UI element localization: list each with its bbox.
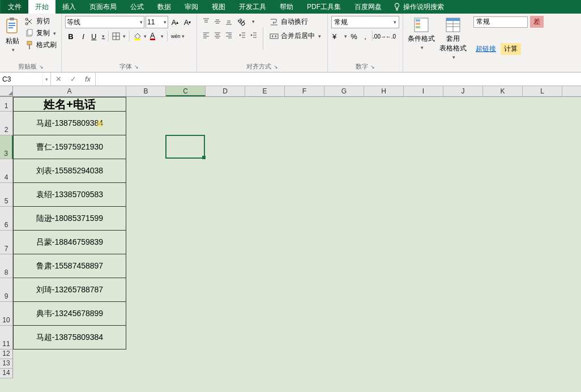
cell-A6[interactable]: 陆逊-18085371599: [13, 207, 126, 231]
wrap-text-button[interactable]: 自动换行: [267, 16, 324, 28]
tab-baidu-netdisk[interactable]: 百度网盘: [348, 0, 388, 14]
tab-help[interactable]: 帮助: [273, 0, 300, 14]
row-header-6[interactable]: 6: [0, 207, 13, 231]
format-painter-button[interactable]: 格式刷: [24, 40, 58, 50]
row-header-14[interactable]: 14: [0, 369, 13, 378]
copy-button[interactable]: 复制 ▾: [24, 28, 58, 39]
row-header-5[interactable]: 5: [0, 183, 13, 207]
font-name-combo[interactable]: 等线▾: [65, 16, 144, 28]
column-header-G[interactable]: G: [324, 86, 364, 96]
align-middle-button[interactable]: [212, 16, 223, 27]
merge-center-button[interactable]: 合并后居中 ▾: [267, 30, 324, 42]
font-size-combo[interactable]: 11▾: [146, 16, 168, 28]
tab-view[interactable]: 视图: [205, 0, 232, 14]
align-left-button[interactable]: [200, 29, 212, 41]
increase-indent-button[interactable]: [248, 29, 259, 41]
calc-badge[interactable]: 计算: [501, 43, 521, 55]
row-header-10[interactable]: 10: [0, 302, 13, 326]
tab-formulas[interactable]: 公式: [123, 0, 151, 14]
tab-data[interactable]: 数据: [151, 0, 178, 14]
cell-A10[interactable]: 典韦-13245678899: [13, 302, 126, 326]
fill-color-button[interactable]: ▾: [132, 31, 148, 42]
column-header-B[interactable]: B: [126, 86, 166, 96]
fill-handle[interactable]: [202, 156, 206, 159]
cell-A1[interactable]: 姓名+电话: [13, 97, 126, 112]
underline-button[interactable]: U▾: [90, 31, 106, 42]
column-header-D[interactable]: D: [206, 86, 245, 96]
conditional-format-button[interactable]: 条件格式 ▾: [407, 16, 436, 70]
cell-A2[interactable]: 马超-13875809384: [13, 112, 126, 135]
italic-button[interactable]: I: [78, 31, 89, 42]
tab-file[interactable]: 文件: [1, 0, 28, 14]
dialog-launcher-icon[interactable]: ↘: [134, 64, 139, 70]
hyperlink-style[interactable]: 超链接: [473, 43, 498, 55]
column-header-C[interactable]: C: [166, 86, 206, 96]
cell-style-input[interactable]: [473, 16, 528, 28]
cell-A3[interactable]: 曹仁-15975921930: [13, 135, 126, 159]
tab-page-layout[interactable]: 页面布局: [83, 0, 123, 14]
cancel-formula-button[interactable]: ✕: [51, 75, 66, 83]
select-all-corner[interactable]: ◢: [0, 86, 13, 96]
row-header-11[interactable]: 11: [0, 326, 13, 350]
cell-A4[interactable]: 刘表-15585294038: [13, 159, 126, 183]
cells-grid[interactable]: 姓名+电话马超-13875809384曹仁-15975921930刘表-1558…: [13, 97, 126, 378]
column-header-L[interactable]: L: [523, 86, 562, 96]
formula-input[interactable]: [96, 73, 581, 86]
chevron-down-icon[interactable]: ▾: [42, 73, 48, 86]
border-button[interactable]: ▾: [111, 31, 127, 42]
orientation-button[interactable]: ab▾: [237, 16, 256, 27]
phonetic-button[interactable]: wén▾: [170, 31, 186, 42]
column-header-I[interactable]: I: [404, 86, 443, 96]
row-header-7[interactable]: 7: [0, 231, 13, 254]
row-header-1[interactable]: 1: [0, 97, 13, 112]
diff-badge[interactable]: 差: [530, 16, 544, 28]
accept-formula-button[interactable]: ✓: [66, 75, 80, 83]
tab-developer[interactable]: 开发工具: [232, 0, 273, 14]
row-header-4[interactable]: 4: [0, 159, 13, 183]
tab-insert[interactable]: 插入: [55, 0, 83, 14]
row-header-3[interactable]: 3: [0, 135, 13, 159]
dialog-launcher-icon[interactable]: ↘: [274, 64, 278, 70]
align-center-button[interactable]: [212, 29, 223, 41]
column-header-A[interactable]: A: [13, 86, 126, 96]
tell-me-search[interactable]: 操作说明搜索: [388, 2, 448, 12]
tab-pdf-tools[interactable]: PDF工具集: [300, 0, 348, 14]
column-header-J[interactable]: J: [443, 86, 483, 96]
cell-A11[interactable]: 马超-13875809384: [13, 326, 126, 350]
cell-A8[interactable]: 鲁肃-15587458897: [13, 254, 126, 278]
cell-A5[interactable]: 袁绍-13385709583: [13, 183, 126, 207]
row-header-9[interactable]: 9: [0, 278, 13, 302]
row-header-2[interactable]: 2: [0, 112, 13, 135]
dialog-launcher-icon[interactable]: ↘: [39, 64, 44, 70]
decrease-font-button[interactable]: A▾: [182, 16, 193, 28]
column-header-F[interactable]: F: [285, 86, 324, 96]
dialog-launcher-icon[interactable]: ↘: [370, 64, 375, 70]
name-box[interactable]: C3 ▾: [0, 73, 51, 86]
fx-button[interactable]: fx: [80, 75, 95, 83]
font-color-button[interactable]: A▾: [149, 31, 165, 42]
row-header-12[interactable]: 12: [0, 350, 13, 359]
increase-decimal-button[interactable]: .00→: [374, 31, 385, 42]
format-as-table-button[interactable]: 套用 表格格式 ▾: [438, 16, 468, 70]
comma-button[interactable]: ,: [360, 31, 371, 42]
tab-review[interactable]: 审阅: [178, 0, 205, 14]
decrease-indent-button[interactable]: [237, 29, 248, 41]
align-top-button[interactable]: [200, 16, 212, 27]
row-header-8[interactable]: 8: [0, 254, 13, 278]
column-header-E[interactable]: E: [245, 86, 285, 96]
cell-A9[interactable]: 刘琦-13265788787: [13, 278, 126, 302]
row-header-13[interactable]: 13: [0, 359, 13, 369]
decrease-decimal-button[interactable]: ←.0: [385, 31, 396, 42]
tab-home[interactable]: 开始: [28, 0, 55, 14]
cell-A7[interactable]: 吕蒙-18846759839: [13, 231, 126, 254]
column-header-K[interactable]: K: [483, 86, 523, 96]
align-right-button[interactable]: [223, 29, 234, 41]
number-format-combo[interactable]: 常规▾: [331, 16, 399, 28]
column-header-H[interactable]: H: [364, 86, 404, 96]
accounting-format-button[interactable]: ¥▾: [331, 31, 348, 42]
increase-font-button[interactable]: A▴: [169, 16, 181, 28]
align-bottom-button[interactable]: [223, 16, 234, 27]
bold-button[interactable]: B: [65, 31, 76, 42]
paste-button[interactable]: 粘贴 ▾: [3, 16, 22, 61]
cut-button[interactable]: 剪切: [24, 16, 58, 27]
